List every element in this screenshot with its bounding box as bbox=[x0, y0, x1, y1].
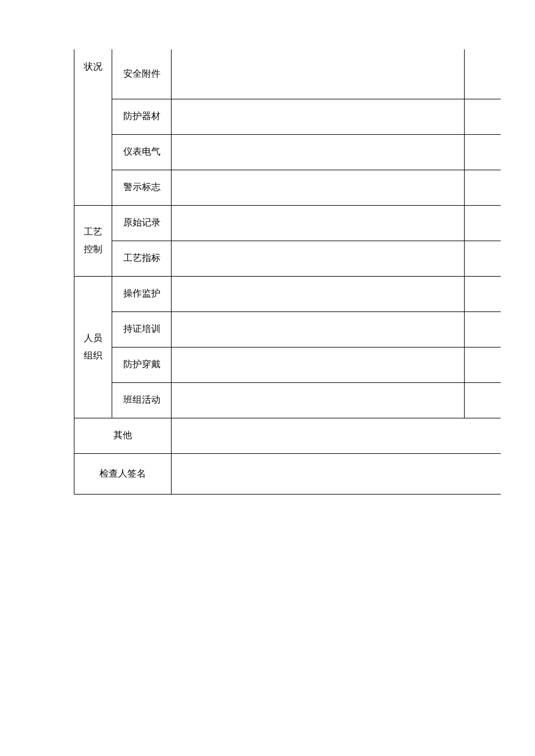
section-other-label: 其他 bbox=[74, 418, 172, 453]
value-protective-wear bbox=[172, 347, 465, 382]
result-protective-wear bbox=[465, 347, 501, 382]
item-protective-equipment: 防护器材 bbox=[112, 99, 172, 134]
section-process-label: 工艺控制 bbox=[74, 205, 112, 276]
result-original-record bbox=[465, 205, 501, 241]
section-signature-label: 检查人签名 bbox=[74, 453, 172, 494]
inspection-table: 状况 安全附件 防护器材 仪表电气 警示标志 工艺控制 原始记录 bbox=[74, 49, 501, 495]
result-team-activity bbox=[465, 382, 501, 418]
section-personnel-label: 人员组织 bbox=[74, 276, 112, 418]
value-team-activity bbox=[172, 382, 465, 418]
value-warning-sign bbox=[172, 170, 465, 205]
result-process-index bbox=[465, 241, 501, 276]
item-instrument-electrical: 仪表电气 bbox=[112, 134, 172, 170]
value-original-record bbox=[172, 205, 465, 241]
item-team-activity: 班组活动 bbox=[112, 382, 172, 418]
result-warning-sign bbox=[465, 170, 501, 205]
result-operation-monitor bbox=[465, 276, 501, 311]
value-protective-equipment bbox=[172, 99, 465, 134]
value-safety-attachment bbox=[172, 49, 465, 99]
value-signature bbox=[172, 453, 501, 494]
item-protective-wear: 防护穿戴 bbox=[112, 347, 172, 382]
item-process-index: 工艺指标 bbox=[112, 241, 172, 276]
result-instrument-electrical bbox=[465, 134, 501, 170]
result-protective-equipment bbox=[465, 99, 501, 134]
item-cert-training: 持证培训 bbox=[112, 311, 172, 347]
result-cert-training bbox=[465, 311, 501, 347]
item-warning-sign: 警示标志 bbox=[112, 170, 172, 205]
item-original-record: 原始记录 bbox=[112, 205, 172, 241]
value-process-index bbox=[172, 241, 465, 276]
item-safety-attachment: 安全附件 bbox=[112, 49, 172, 99]
result-safety-attachment bbox=[465, 49, 501, 99]
section-status-label: 状况 bbox=[74, 49, 112, 205]
value-instrument-electrical bbox=[172, 134, 465, 170]
value-operation-monitor bbox=[172, 276, 465, 311]
item-operation-monitor: 操作监护 bbox=[112, 276, 172, 311]
value-other bbox=[172, 418, 501, 453]
value-cert-training bbox=[172, 311, 465, 347]
